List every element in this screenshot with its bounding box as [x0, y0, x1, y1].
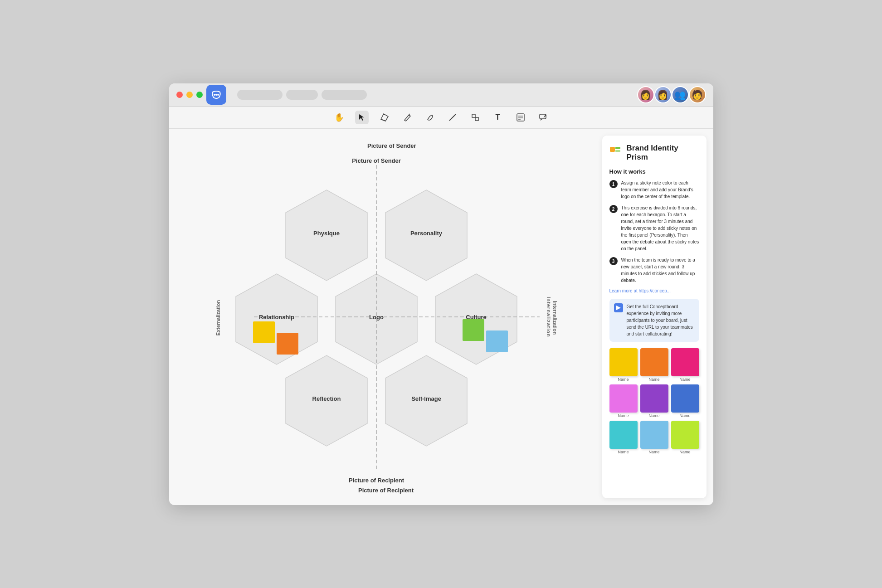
- sticky-lightblue[interactable]: [486, 330, 508, 352]
- svg-marker-23: [616, 306, 621, 310]
- step-2: 2 This exercise is divided into 6 rounds…: [609, 204, 699, 252]
- avatar-2[interactable]: 👩: [654, 86, 672, 103]
- sticky-sample-pink: Name: [671, 348, 699, 382]
- svg-rect-20: [610, 147, 615, 152]
- sticky-sample-blue: Name: [671, 384, 699, 418]
- nav-pill-3[interactable]: [322, 90, 367, 100]
- avatar-4[interactable]: 🧑: [689, 86, 706, 103]
- svg-rect-9: [517, 114, 524, 121]
- canvas-area: Picture of Sender Picture of Recipient E…: [169, 129, 713, 505]
- avatar-3[interactable]: 👥: [672, 86, 689, 103]
- sticky-sample-orange: Name: [640, 348, 668, 382]
- panel-logo-icon: [609, 146, 622, 159]
- hex-svg-canvas: Physique Personality Relationship Logo C…: [195, 138, 576, 496]
- sticky-sample-teal: Name: [609, 421, 638, 454]
- header-right: 👩 👩 👥 🧑: [637, 86, 706, 103]
- sticky-orange[interactable]: [277, 333, 298, 355]
- prism-diagram: Picture of Sender Picture of Recipient E…: [195, 138, 576, 496]
- info-panel: Brand Identity Prism How it works 1 Assi…: [602, 136, 707, 498]
- comment-tool[interactable]: [536, 111, 550, 124]
- nav-pill-2[interactable]: [286, 90, 318, 100]
- shapes-tool[interactable]: [468, 111, 482, 124]
- svg-line-5: [409, 114, 410, 115]
- info-box: Get the full Conceptboard experience by …: [609, 299, 699, 342]
- sticky-sample-purple-light: Name: [609, 384, 638, 418]
- sticky-sample-purple: Name: [640, 384, 668, 418]
- step-num-1: 1: [609, 180, 618, 188]
- sticky-green[interactable]: [463, 319, 484, 341]
- svg-line-6: [449, 114, 456, 121]
- how-it-works-title: How it works: [609, 168, 699, 175]
- svg-text:Internalization: Internalization: [552, 301, 558, 335]
- step-text-2: This exercise is divided into 6 rounds, …: [621, 204, 699, 252]
- sticky-sample-yellow: Name: [609, 348, 638, 382]
- eraser-tool[interactable]: [378, 111, 391, 124]
- svg-point-0: [214, 94, 215, 96]
- step-num-3: 3: [609, 257, 618, 265]
- marker-tool[interactable]: [423, 111, 437, 124]
- hex-label-reflection: Reflection: [312, 395, 341, 402]
- svg-text:Picture of Recipient: Picture of Recipient: [349, 477, 404, 484]
- avatar-1[interactable]: 👩: [637, 86, 654, 103]
- svg-rect-8: [475, 117, 478, 121]
- learn-more-link[interactable]: Learn more at https://concep...: [609, 288, 699, 293]
- app-logo: [206, 85, 226, 105]
- svg-rect-21: [615, 147, 620, 149]
- info-icon: [614, 303, 623, 312]
- minimize-button[interactable]: [186, 92, 193, 98]
- text-tool[interactable]: T: [491, 111, 505, 124]
- svg-line-4: [381, 119, 385, 121]
- close-button[interactable]: [176, 92, 183, 98]
- svg-rect-22: [615, 150, 620, 152]
- step-text-1: Assign a sticky note color to each team …: [621, 180, 699, 200]
- sticky-sample-green: Name: [671, 421, 699, 454]
- hex-label-personality: Personality: [410, 230, 443, 237]
- hex-label-logo: Logo: [369, 314, 384, 321]
- toolbar: ✋ T: [169, 107, 713, 129]
- svg-point-1: [215, 94, 217, 96]
- step-3: 3 When the team is ready to move to a ne…: [609, 257, 699, 284]
- app-window: 👩 👩 👥 🧑 ✋ T: [169, 83, 713, 505]
- step-text-3: When the team is ready to move to a new …: [621, 257, 699, 284]
- svg-text:Picture of Sender: Picture of Sender: [352, 157, 401, 164]
- pointer-tool[interactable]: [355, 111, 369, 124]
- nav-pill-1[interactable]: [237, 90, 283, 100]
- line-tool[interactable]: [446, 111, 459, 124]
- hex-label-relationship: Relationship: [259, 314, 294, 321]
- hex-label-physique: Physique: [313, 230, 340, 237]
- info-text: Get the full Conceptboard experience by …: [627, 303, 695, 337]
- svg-point-2: [217, 94, 219, 96]
- svg-text:Externalization: Externalization: [215, 300, 221, 335]
- main-canvas[interactable]: Picture of Sender Picture of Recipient E…: [169, 129, 602, 505]
- sticky-sample-lightblue: Name: [640, 421, 668, 454]
- hex-label-selfimage: Self-Image: [411, 395, 441, 402]
- maximize-button[interactable]: [196, 92, 203, 98]
- step-num-2: 2: [609, 205, 618, 213]
- sticky-yellow[interactable]: [253, 321, 275, 343]
- pen-tool[interactable]: [400, 111, 414, 124]
- titlebar: 👩 👩 👥 🧑: [169, 83, 713, 107]
- step-1: 1 Assign a sticky note color to each tea…: [609, 180, 699, 200]
- panel-header: Brand Identity Prism: [609, 144, 699, 162]
- sticky-tool[interactable]: [514, 111, 527, 124]
- svg-rect-7: [472, 114, 475, 117]
- hand-tool[interactable]: ✋: [332, 111, 346, 124]
- sticky-color-grid: Name Name Name Name Name: [609, 348, 699, 454]
- panel-title: Brand Identity Prism: [627, 144, 699, 162]
